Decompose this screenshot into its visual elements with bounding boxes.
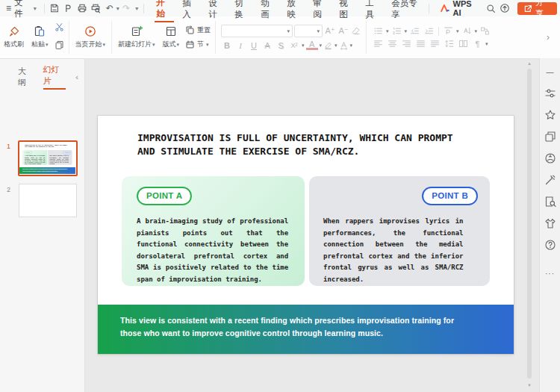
ribbon-expand-button[interactable]: › [542, 28, 554, 47]
highlight-color-button[interactable] [323, 40, 333, 50]
font-name-select[interactable]: ▾ [221, 25, 293, 37]
resource-library-button[interactable] [544, 152, 556, 164]
text-shadow-button[interactable]: S [275, 41, 287, 50]
decrease-indent-button[interactable] [408, 26, 421, 36]
mini-point-b-box: POINT B When rappers improvises lyrics i… [48, 150, 72, 165]
line-spacing-button[interactable] [443, 39, 455, 49]
new-slide-label: 新建幻灯片 [118, 40, 152, 49]
tab-insert[interactable]: 插入 [181, 0, 200, 22]
point-a-box[interactable]: POINT A A brain-imaging study of profess… [122, 176, 305, 286]
increase-indent-button[interactable] [423, 26, 435, 36]
underline-button[interactable]: U [248, 41, 260, 50]
wps-ai-button[interactable]: WPS AI [440, 0, 481, 17]
point-b-pill[interactable]: POINT B [422, 187, 478, 205]
cut-button[interactable] [55, 22, 64, 35]
tab-design[interactable]: 设计 [207, 0, 226, 22]
superscript-button[interactable]: X² [288, 42, 300, 49]
reset-button[interactable]: 重置 [185, 25, 211, 35]
numbering-button[interactable] [391, 26, 403, 36]
align-left-button[interactable] [372, 39, 385, 49]
slide-thumbnail-2[interactable] [19, 184, 77, 217]
favorites-button[interactable] [544, 109, 556, 121]
tab-transition[interactable]: 切换 [233, 0, 252, 22]
font-size-select[interactable]: ▾ [294, 25, 323, 37]
layout-icon [165, 25, 177, 37]
align-right-button[interactable] [400, 39, 413, 49]
vertical-scrollbar[interactable]: ▲ ▼ [526, 58, 533, 392]
undo-button[interactable]: ↶ [102, 0, 116, 16]
chevron-down-icon: ▾ [386, 28, 389, 34]
align-center-button[interactable] [386, 39, 399, 49]
file-menu-label: 文件 [14, 0, 31, 19]
scrollbar-thumb[interactable] [527, 69, 532, 379]
justify-button[interactable] [414, 39, 427, 49]
layout-button[interactable]: 版式▾ [159, 25, 184, 49]
mini-point-a-text: A brain-imaging study of professional pi… [25, 155, 45, 165]
tab-slides[interactable]: 幻灯片 [43, 64, 66, 90]
vertical-text-button[interactable] [461, 26, 473, 36]
copy-button[interactable] [55, 40, 64, 53]
print-preview-button[interactable] [89, 0, 102, 16]
bullets-button[interactable] [372, 26, 385, 36]
section-button[interactable]: 节 ▾ [185, 40, 211, 49]
cloud-upload-button[interactable] [497, 0, 511, 16]
point-b-box[interactable]: POINT B When rappers improvises lyrics i… [309, 176, 490, 286]
decrease-font-button[interactable]: A⁻ [337, 26, 349, 36]
tab-home[interactable]: 开始 [155, 0, 174, 22]
play-from-current-button[interactable]: 当页开始▾ [72, 25, 110, 49]
more-tools-button[interactable]: ··· [545, 270, 555, 278]
strikethrough-button[interactable]: A [261, 41, 273, 50]
distribute-text-button[interactable] [429, 39, 441, 49]
increase-font-button[interactable]: A⁺ [324, 26, 336, 36]
tab-slideshow[interactable]: 放映 [285, 0, 305, 22]
font-color-button[interactable]: A [306, 40, 318, 50]
slide-thumbnail-1[interactable]: IMPROVISATION IS FULL OF UNCERTAINTY, WH… [18, 140, 78, 176]
collapse-panel-button[interactable]: ‹ [75, 72, 78, 81]
tab-review[interactable]: 审阅 [311, 0, 331, 22]
point-b-text[interactable]: When rappers improvises lyrics in perfor… [323, 216, 463, 285]
search-button[interactable] [484, 0, 497, 16]
export-pdf-button[interactable] [61, 0, 75, 16]
convert-to-smartart-button[interactable] [479, 26, 491, 36]
format-painter-button[interactable]: 格式刷 [0, 25, 28, 49]
text-direction-button[interactable] [442, 26, 455, 36]
italic-button[interactable]: I [234, 41, 246, 50]
ribbon-tabs: 开始 插入 设计 切换 动画 放映 审阅 视图 工具 会员专享 [155, 0, 426, 22]
paragraph-settings-button[interactable]: ¶ [471, 40, 484, 49]
point-a-pill[interactable]: POINT A [137, 187, 192, 205]
point-a-text[interactable]: A brain-imaging study of professional pi… [137, 216, 288, 285]
character-spacing-button[interactable] [339, 40, 349, 50]
tab-animation[interactable]: 动画 [259, 0, 279, 22]
find-replace-button[interactable] [544, 196, 556, 208]
tab-outline[interactable]: 大纲 [18, 66, 34, 88]
quick-access-dropdown-arrow[interactable]: ▾ [135, 5, 138, 12]
tab-view[interactable]: 视图 [337, 0, 357, 22]
scroll-up-arrow[interactable]: ▲ [526, 60, 533, 67]
print-button[interactable] [75, 0, 89, 16]
share-button[interactable]: 分享 [517, 2, 557, 15]
bold-button[interactable]: B [221, 41, 233, 50]
selection-pane-button[interactable] [544, 131, 556, 143]
tab-member[interactable]: 会员专享 [390, 0, 426, 22]
file-menu[interactable]: ≡ 文件 ▾ [0, 0, 41, 19]
columns-button[interactable] [457, 39, 470, 49]
save-button[interactable] [48, 0, 61, 16]
slide-title[interactable]: IMPROVISATION IS FULL OF UNCERTAINTY, WH… [137, 131, 458, 158]
slide[interactable]: IMPROVISATION IS FULL OF UNCERTAINTY, WH… [98, 116, 514, 354]
collapse-sidebar-button[interactable]: — [544, 66, 556, 78]
new-slide-button[interactable]: 新建幻灯片▾ [114, 25, 159, 49]
banner[interactable]: This view is consistent with a recent fi… [98, 305, 514, 354]
chevron-down-icon: ▾ [206, 42, 209, 48]
help-button[interactable] [544, 239, 556, 251]
redo-button[interactable]: ↷ [119, 0, 133, 16]
divider [438, 27, 439, 36]
slide-panel: 大纲 幻灯片 ‹ 1 IMPROVISATION IS FULL OF UNCE… [0, 58, 85, 392]
paste-button[interactable]: 粘贴▾ [28, 25, 52, 49]
object-properties-button[interactable] [544, 87, 556, 99]
titlebar-right: 分享 [497, 0, 560, 16]
smart-beautify-button[interactable] [544, 174, 556, 186]
scroll-down-arrow[interactable]: ▼ [526, 382, 533, 389]
clear-format-button[interactable] [351, 26, 361, 36]
theme-skin-button[interactable] [544, 217, 556, 229]
tab-tools[interactable]: 工具 [364, 0, 383, 22]
